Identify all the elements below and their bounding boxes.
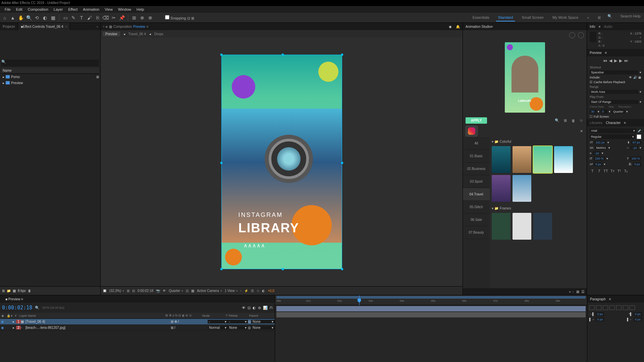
include-video-icon[interactable]: 👁 (629, 76, 632, 79)
selection-tool-icon[interactable]: ▲ (9, 14, 16, 21)
template-thumb[interactable] (492, 175, 511, 202)
first-frame-icon[interactable]: ⏮ (603, 58, 607, 63)
plugin-view-grid-icon[interactable]: ⊞ (576, 290, 579, 294)
mode-dropdown[interactable]: Normal▾ (208, 326, 228, 329)
justify-all-icon[interactable] (630, 305, 635, 310)
search-help-icon[interactable]: 🔍 (607, 14, 612, 21)
plugin-bell-icon[interactable] (578, 32, 584, 38)
project-search-input[interactable]: 🔍 (1, 60, 99, 66)
menu-animation[interactable]: Animation (80, 7, 102, 11)
workspace-essentials[interactable]: Essentials (471, 14, 491, 21)
align-center-icon[interactable] (596, 305, 601, 310)
clone-tool-icon[interactable]: ⎘ (94, 14, 101, 21)
workspace-standard[interactable]: Standard (496, 14, 515, 21)
category-beauty[interactable]: 07.Beauty (463, 226, 490, 239)
playfrom-dropdown[interactable]: Start Of Range (590, 100, 638, 104)
template-thumb[interactable] (513, 213, 531, 240)
snapshot-button-icon[interactable]: 📷 (156, 289, 160, 293)
roto-tool-icon[interactable]: ✂ (110, 14, 117, 21)
orbit-tool-icon[interactable]: ⟲ (34, 14, 40, 21)
audio-tab[interactable]: Audio (604, 25, 613, 28)
rect-tool-icon[interactable]: ▭ (62, 14, 69, 21)
panel-overflow-icon[interactable]: » (96, 25, 100, 28)
tsume-input[interactable]: 0 px (633, 162, 641, 166)
plugin-view-list-icon[interactable]: ☰ (581, 290, 585, 294)
home-icon[interactable]: ⌂ (1, 14, 8, 21)
smallcaps-icon[interactable]: Tт (610, 168, 615, 174)
timeline-ruler[interactable]: 00s 01s 02s 03s 04s 05s 06s 07s 08s 09s (275, 295, 587, 305)
cache-checkbox[interactable]: ☑ Cache Before Playback (587, 80, 644, 84)
composition-canvas[interactable]: INSTAGRAM LIBRARY ∧∧∧∧∧ (221, 55, 342, 269)
instagram-filter-icon[interactable] (466, 126, 478, 136)
font-size-input[interactable]: 161 px (594, 140, 606, 144)
baseline-input[interactable]: 0 px (594, 162, 602, 166)
fill-color-swatch[interactable] (637, 134, 641, 139)
layer-name[interactable]: [beach-...-lens-861207.jpg] (25, 326, 171, 329)
play-icon[interactable]: ▶ (614, 58, 617, 63)
character-tab[interactable]: Character (606, 121, 621, 125)
last-frame-icon[interactable]: ⏭ (624, 58, 628, 63)
menu-help[interactable]: Help (134, 7, 147, 11)
visibility-icon[interactable]: ◉ (0, 326, 5, 329)
show-snapshot-icon[interactable]: 👁 (163, 289, 166, 293)
skip-input[interactable]: 0 (601, 110, 607, 114)
snapshot-icon[interactable]: ◉ (449, 25, 454, 28)
new-folder-icon[interactable]: 📁 (7, 289, 11, 293)
timeline-timecode[interactable]: 0:00:02:18 (2, 305, 32, 311)
project-folder-preview[interactable]: ▸Preview (1, 80, 99, 86)
font-style-dropdown[interactable]: Regular▾ (590, 134, 635, 139)
template-thumb[interactable] (513, 146, 531, 173)
project-tab[interactable]: Project ≡ (0, 23, 18, 30)
current-time[interactable]: 0:00:02:18 (138, 289, 153, 293)
composition-viewer[interactable]: INSTAGRAM LIBRARY ∧∧∧∧∧ (101, 38, 463, 286)
draft3d-icon[interactable]: ⊡ (248, 306, 251, 310)
rotate-tool-icon[interactable]: ◐ (42, 14, 48, 21)
align-left-icon[interactable] (589, 305, 595, 310)
zoom-tool-icon[interactable]: 🔍 (25, 14, 32, 21)
template-thumb[interactable] (533, 213, 552, 240)
indent-left-input[interactable]: 0 px (596, 312, 604, 316)
hscale-input[interactable]: 100 % (630, 157, 641, 161)
menu-edit[interactable]: Edit (13, 7, 25, 11)
snapping-checkbox[interactable] (165, 15, 169, 19)
effect-controls-tab[interactable]: ■ Effect Controls Travel_06 4× (18, 23, 70, 30)
resolution-icon[interactable]: ⊞ (127, 289, 129, 293)
allcaps-icon[interactable]: TT (603, 168, 608, 174)
template-thumb[interactable] (492, 146, 511, 173)
camera-dropdown[interactable]: Active Camera (197, 289, 222, 293)
kerning-dropdown[interactable]: Metrics (595, 146, 607, 150)
workspace-my-workspace[interactable]: My Work Space (550, 14, 580, 21)
section-frames[interactable]: ▾ 📁 Frames (492, 205, 585, 212)
plugin-trash-icon[interactable]: 🗑 (571, 118, 576, 123)
folder-expand-icon[interactable]: ⊞ (96, 75, 99, 79)
workspace-reset-icon[interactable]: ⊞ (596, 14, 603, 21)
faux-bold-icon[interactable]: T (590, 168, 595, 174)
layer-name[interactable]: [Travel_06 4] (25, 320, 171, 323)
stroke-input[interactable]: - px (593, 151, 600, 155)
paragraph-tab[interactable]: Paragraph (590, 297, 606, 301)
preview-res-dropdown[interactable]: Quarter (612, 110, 625, 114)
motionblur-icon[interactable]: ⊚ (258, 306, 261, 310)
snapping-toggle[interactable]: Snapping ⊡ ⊞ (165, 15, 194, 20)
camera-tool-icon[interactable]: ▦ (50, 14, 56, 21)
menu-view[interactable]: View (102, 7, 115, 11)
new-comp-icon[interactable]: ▦ (13, 289, 16, 293)
superscript-icon[interactable]: T¹ (616, 168, 622, 174)
work-area-bar[interactable] (276, 296, 586, 299)
menu-composition[interactable]: Composition (25, 7, 51, 11)
shortcut-dropdown[interactable]: Spacebar (590, 70, 638, 74)
flowchart-icon[interactable]: ⊹ (257, 289, 259, 293)
brush-tool-icon[interactable]: 🖌 (86, 14, 93, 21)
notification-icon[interactable]: 🔔 (456, 25, 463, 28)
fast-preview-icon[interactable]: ⚡ (244, 289, 248, 293)
view-layout-dropdown[interactable]: 1 View (225, 289, 238, 293)
category-all[interactable]: All (463, 137, 490, 150)
close-icon[interactable]: × (65, 25, 67, 28)
template-thumb-selected[interactable] (533, 146, 552, 173)
template-thumb[interactable] (492, 213, 511, 240)
timeline-tab[interactable]: ■ Preview ≡ (2, 297, 26, 301)
project-column-header[interactable]: Name (1, 68, 99, 74)
justify-right-icon[interactable] (623, 305, 628, 310)
menu-layer[interactable]: Layer (51, 7, 66, 11)
font-family-dropdown[interactable]: Arial▾ (590, 128, 636, 133)
